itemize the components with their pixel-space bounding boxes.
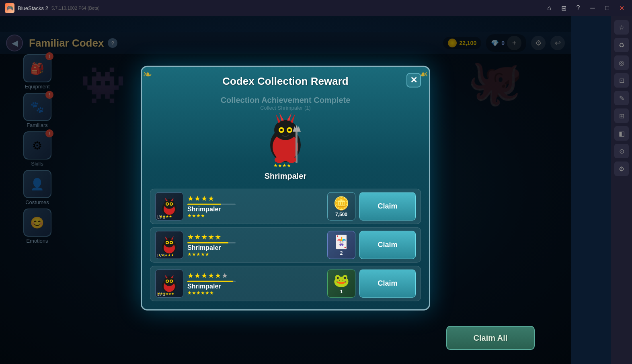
app-name: BlueStacks 2 [18,5,48,11]
reward-familiar-img-1: ★★★★ LV 1 [155,192,183,220]
rewards-container: ★★★★ LV 1 ★★★★ Shrimpaler ★★★★ 🪙 7,500 C… [142,184,429,309]
reward-familiar-info-2: ★★★★★ Shrimpaler ★★★★★ [187,233,323,257]
app-version: 5.7.110.1002 P64 (Beta) [51,6,100,10]
close-btn[interactable]: ✕ [616,2,627,14]
collection-text-area: Collection Achievement Complete Collect … [221,95,351,110]
svg-marker-3 [276,114,281,123]
claim-all-label: Claim All [474,333,508,343]
svg-point-36 [170,241,172,243]
svg-marker-5 [279,112,284,121]
svg-point-46 [170,280,172,282]
reward-familiar-info-3: ★★★★★★ Shrimpaler ★★★★★★ [187,271,323,296]
bs-icon-8[interactable]: ⊙ [614,144,629,158]
svg-marker-41 [165,274,168,278]
minimize-btn[interactable]: ─ [587,2,598,14]
svg-point-25 [166,203,168,204]
svg-text:★★★★: ★★★★ [273,162,291,168]
reward-familiar-name-2: Shrimpaler [187,244,323,252]
reward-familiar-name-3: Shrimpaler [187,283,323,290]
svg-marker-6 [287,112,291,121]
reward-stars-bottom-2: ★★★★★ [187,252,323,257]
svg-marker-31 [165,236,168,239]
codex-reward-modal: ❧ ❧ Codex Collection Reward ✕ Collection… [141,65,430,310]
reward-familiar-info-1: ★★★★ Shrimpaler ★★★★ [187,194,323,219]
reward-row-3: ★★★★★★ LV 1 ★★★★★★ Shrimpaler ★★★★★★ 🐸 1… [150,266,421,301]
claim-button-2[interactable]: Claim [359,231,416,259]
svg-point-10 [288,129,291,131]
svg-point-30 [164,237,174,247]
svg-point-40 [164,276,174,286]
reward-star-bar-1 [187,204,236,205]
claim-all-button[interactable]: Claim All [446,326,535,350]
svg-marker-42 [171,274,174,278]
creature-name: Shrimpaler [265,171,306,180]
reward-stars-3: ★★★★★★ [187,271,323,280]
svg-marker-21 [165,197,168,201]
svg-point-26 [170,203,172,204]
familiar-lv-1: LV 1 [157,215,165,219]
modal-title: Codex Collection Reward [222,75,349,87]
claim-button-3[interactable]: Claim [359,269,416,297]
restore-btn[interactable]: □ [601,2,613,14]
reward-coin-icon: 🪙 [333,195,349,211]
creature-display: Collection Achievement Complete Collect … [142,91,429,184]
familiar-lv-2: LV 1 [157,253,165,258]
bs-icon-7[interactable]: ◧ [614,126,629,141]
bs-icon-2[interactable]: ♻ [614,38,629,52]
reward-familiar-img-3: ★★★★★★ LV 1 [155,269,183,297]
reward-item-count-3: 1 [340,288,343,294]
help-titlebar-btn[interactable]: ? [572,2,584,14]
claim-button-1[interactable]: Claim [359,192,416,220]
reward-item-count-1: 7,500 [335,211,347,217]
svg-marker-32 [171,236,174,239]
reward-stars-1: ★★★★ [187,194,323,203]
title-bar-controls: ⌂ ⊞ ? ─ □ ✕ [544,2,627,14]
collection-sub-text: Collect Shrimpaler (1) [221,104,351,110]
reward-star-bar-2 [187,242,236,243]
bluestacks-right-sidebar: ☆ ♻ ◎ ⊡ ✎ ⊞ ◧ ⊙ ⚙ [611,16,632,364]
reward-gummy-icon: 🐸 [333,272,349,288]
bs-icon-3[interactable]: ◎ [614,55,629,70]
modal-close-button[interactable]: ✕ [406,73,421,87]
bs-icon-5[interactable]: ✎ [614,91,629,105]
svg-point-16 [287,156,296,163]
svg-marker-4 [290,114,295,123]
bs-icon-4[interactable]: ⊡ [614,73,629,88]
reward-item-count-2: 2 [340,250,343,256]
tabs-btn[interactable]: ⊞ [558,2,569,14]
reward-item-3: 🐸 1 [327,269,355,297]
reward-item-2: 🃏 2 [327,231,355,259]
modal-header: Codex Collection Reward ✕ [142,67,429,91]
app-icon: 🎮 [5,3,14,13]
svg-rect-11 [295,131,298,163]
reward-familiar-img-2: ★★★★★ LV 1 [155,231,183,259]
reward-row-1: ★★★★ LV 1 ★★★★ Shrimpaler ★★★★ 🪙 7,500 C… [150,188,421,224]
familiar-lv-3: LV 1 [157,292,165,296]
reward-card-icon: 🃏 [333,234,349,249]
svg-marker-22 [171,197,174,201]
svg-point-35 [166,241,168,243]
svg-point-20 [164,199,174,209]
reward-item-1: 🪙 7,500 [327,192,355,220]
bs-icon-9[interactable]: ⚙ [614,162,629,176]
reward-familiar-name-1: Shrimpaler [187,206,323,213]
home-btn[interactable]: ⌂ [544,2,555,14]
svg-point-45 [166,280,168,282]
svg-point-9 [280,129,283,131]
title-bar: 🎮 BlueStacks 2 5.7.110.1002 P64 (Beta) ⌂… [0,0,632,16]
svg-point-15 [275,156,284,163]
reward-stars-bottom-1: ★★★★ [187,213,323,219]
reward-stars-2: ★★★★★ [187,233,323,241]
reward-row-2: ★★★★★ LV 1 ★★★★★ Shrimpaler ★★★★★ 🃏 2 Cl… [150,227,421,262]
game-background: ◀ Familiar Codex ? 22,100 💎 0 + ⚙ ↩ 🎒 ! … [0,16,571,364]
reward-star-bar-3 [187,281,236,282]
bs-icon-6[interactable]: ⊞ [614,108,629,123]
collection-complete-text: Collection Achievement Complete [221,95,351,104]
reward-stars-bottom-3: ★★★★★★ [187,290,323,296]
bs-icon-1[interactable]: ☆ [614,20,629,35]
shrimpaler-creature-image: ★★★★ [257,106,314,169]
